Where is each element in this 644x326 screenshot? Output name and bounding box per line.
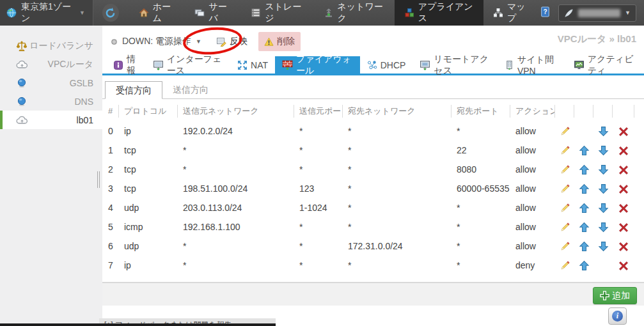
protocol-cell: tcp: [119, 164, 178, 175]
move-rule-up-button[interactable]: [579, 222, 590, 233]
sidebar-item-load-balancer[interactable]: ロードバランサ: [0, 36, 102, 55]
delete-x-icon: [618, 242, 629, 252]
column-header-5: 宛先ポート: [452, 105, 510, 118]
move-rule-down-button[interactable]: [598, 183, 609, 194]
move-rule-up-button[interactable]: [579, 203, 590, 213]
protocol-cell: udp: [119, 241, 178, 251]
move-rule-up-button[interactable]: [579, 183, 590, 194]
delete-x-icon: [618, 165, 629, 175]
dest-port-cell: *: [452, 241, 510, 251]
menu-item-home[interactable]: ホーム: [129, 0, 185, 26]
source-network-cell: 203.0.113.0/24: [178, 203, 294, 213]
refresh-button[interactable]: [102, 4, 119, 22]
source-port-cell: *: [294, 222, 343, 232]
move-rule-up-button[interactable]: [579, 145, 590, 156]
delete-rule-button[interactable]: [618, 261, 629, 271]
edit-rule-button[interactable]: [560, 260, 570, 271]
move-rule-down-button[interactable]: [598, 164, 609, 175]
column-header-3: 送信元ポート: [294, 105, 343, 118]
help-button[interactable]: ?: [540, 6, 551, 20]
storage-icon: [251, 8, 261, 18]
dest-network-cell: *: [343, 260, 452, 270]
move-rule-down-button[interactable]: [598, 145, 609, 156]
pencil-icon: [560, 260, 570, 271]
sidebar-item-vpc-router[interactable]: VPCルータ: [0, 55, 102, 74]
edit-rule-button[interactable]: [560, 183, 570, 194]
appliance-icon: [404, 8, 414, 18]
info-button[interactable]: i: [608, 307, 627, 325]
account-menu[interactable]: ▼: [558, 4, 636, 22]
rule-index-cell: 7: [102, 260, 119, 270]
tab-dhcp[interactable]: DHCP: [360, 56, 413, 74]
menu-item-appliance[interactable]: アプライアンス: [395, 0, 483, 26]
edit-rule-button[interactable]: [560, 222, 570, 233]
sidebar-item-lb01[interactable]: lb01: [0, 111, 102, 129]
tab-bar: 情報インターフェースNATファイアウォールDHCPリモートアクセスサイト間VPN…: [102, 56, 644, 75]
zone-selector[interactable]: 東京第1ゾーン ▼: [0, 0, 93, 26]
move-rule-down-button[interactable]: [598, 126, 609, 137]
tab-activity[interactable]: アクティビティ: [567, 56, 644, 74]
source-network-cell: 198.51.100.0/24: [178, 183, 294, 194]
source-port-cell: *: [294, 260, 343, 270]
sidebar-item-label: DNS: [74, 97, 93, 107]
edit-rule-button[interactable]: [560, 164, 570, 175]
move-rule-down-button[interactable]: [598, 203, 609, 213]
menu-item-network[interactable]: ネットワーク: [314, 0, 395, 26]
rule-index-cell: 6: [102, 241, 119, 251]
delete-rule-button[interactable]: [618, 127, 629, 137]
sidebar-item-gslb[interactable]: GSLB: [0, 74, 102, 92]
sidebar-item-dns[interactable]: DNS: [0, 92, 102, 111]
move-rule-down-button[interactable]: [598, 241, 609, 252]
edit-rule-button[interactable]: [560, 241, 570, 252]
apply-button[interactable]: 反映: [210, 32, 253, 51]
top-navigation-bar: 東京第1ゾーン ▼ ホームサーバストレージネットワークアプライアンスマップ ? …: [0, 0, 644, 26]
edit-rule-button[interactable]: [560, 203, 570, 213]
action-cell: allow: [510, 241, 555, 251]
dest-network-cell: *: [343, 145, 452, 155]
delete-rule-button[interactable]: [618, 242, 629, 252]
delete-rule-button[interactable]: [618, 165, 629, 175]
sidebar-resize-grip[interactable]: [97, 171, 102, 188]
column-header-6: アクション: [510, 105, 555, 118]
warning-icon: [264, 37, 274, 47]
globe-icon: [6, 8, 17, 18]
tab-site-vpn[interactable]: サイト間VPN: [498, 56, 567, 74]
arrow-up-icon: [579, 145, 590, 156]
dest-port-cell: *: [452, 126, 510, 136]
edit-rule-button[interactable]: [560, 126, 570, 137]
firewall-icon: [282, 59, 293, 70]
menu-item-server[interactable]: サーバ: [185, 0, 241, 26]
subtab-inbound[interactable]: 受信方向: [105, 81, 162, 99]
chevron-down-icon[interactable]: ▼: [196, 38, 201, 45]
delete-rule-button[interactable]: [618, 184, 629, 194]
home-icon: [139, 8, 149, 18]
firewall-rule-row: 6udp**172.31.0.0/24*allow: [102, 237, 644, 256]
delete-rule-button[interactable]: [618, 146, 629, 156]
add-rule-button[interactable]: 追加: [593, 287, 637, 304]
tab-info[interactable]: 情報: [106, 56, 146, 74]
delete-rule-button[interactable]: [618, 203, 629, 213]
tab-remote-access[interactable]: リモートアクセス: [412, 56, 498, 74]
tab-firewall[interactable]: ファイアウォール: [275, 56, 360, 74]
menu-item-map[interactable]: マップ: [483, 0, 540, 26]
tab-nat[interactable]: NAT: [230, 56, 275, 74]
source-port-cell: *: [294, 145, 343, 155]
arrow-up-icon: [579, 222, 590, 233]
rule-index-cell: 5: [102, 222, 119, 232]
move-rule-down-button[interactable]: [598, 222, 609, 233]
main-menu: ホームサーバストレージネットワークアプライアンスマップ: [129, 0, 540, 26]
move-rule-up-button[interactable]: [579, 260, 590, 271]
delete-rule-button[interactable]: [618, 222, 629, 233]
edit-rule-button[interactable]: [560, 145, 570, 156]
subtab-outbound[interactable]: 送信方向: [162, 81, 219, 98]
tab-nat-label: NAT: [251, 60, 268, 70]
delete-button[interactable]: 削除: [258, 32, 301, 51]
pencil-icon: [560, 183, 570, 194]
building-icon: [505, 59, 514, 70]
menu-item-storage[interactable]: ストレージ: [241, 0, 313, 26]
arrow-down-icon: [598, 164, 609, 175]
tab-dhcp-label: DHCP: [381, 60, 406, 70]
tab-interface[interactable]: インターフェース: [146, 56, 230, 74]
move-rule-up-button[interactable]: [579, 164, 590, 175]
move-rule-up-button[interactable]: [579, 241, 590, 252]
